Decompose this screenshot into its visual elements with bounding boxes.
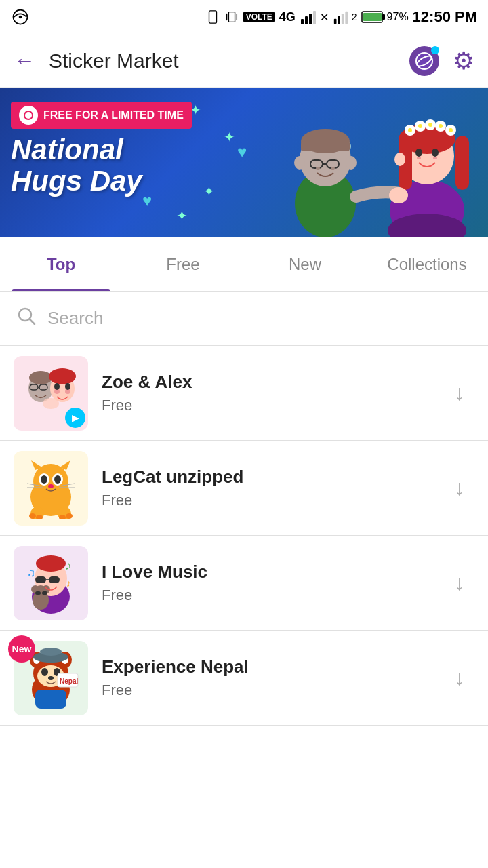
status-right-icons: VOLTE 4G ✕ 2 97% 12:50 PM: [205, 8, 477, 26]
search-input[interactable]: [47, 308, 472, 329]
star-deco4: ✦: [176, 208, 188, 224]
banner[interactable]: ✦ ✦ ✦ ✦ ♥ ♥ ♥ ☽ FREE FOR A LIMITED TIME …: [0, 88, 488, 237]
svg-line-53: [30, 319, 35, 325]
svg-point-70: [41, 475, 47, 484]
sticker-info: I Love Music Free: [102, 561, 431, 604]
tab-free[interactable]: Free: [122, 237, 244, 291]
volte-badge: VOLTE: [243, 12, 275, 22]
svg-rect-96: [35, 591, 41, 595]
svg-point-63: [54, 383, 60, 390]
header: ← Sticker Market ⚙: [0, 34, 488, 88]
sticker-thumbnail: ♪ ♫ ♪: [14, 546, 88, 620]
banner-title-line2: Hugs Day: [11, 165, 192, 197]
page-title: Sticker Market: [49, 50, 409, 73]
svg-point-28: [346, 156, 357, 170]
svg-rect-10: [342, 14, 344, 24]
legcat-thumb: [20, 458, 81, 519]
banner-badge: FREE FOR A LIMITED TIME: [11, 102, 192, 129]
battery-shape: [361, 10, 386, 24]
svg-point-64: [65, 383, 70, 390]
svg-rect-86: [35, 576, 46, 583]
sticker-price: Free: [102, 397, 431, 414]
svg-point-65: [43, 398, 59, 409]
battery-icon: 97%: [361, 10, 409, 24]
sticker-thumbnail: New: [14, 641, 88, 715]
svg-rect-87: [49, 576, 60, 583]
svg-rect-35: [455, 136, 469, 190]
battery-percent: 97%: [387, 11, 409, 23]
settings-button[interactable]: ⚙: [453, 47, 474, 75]
signal2-icon: [333, 9, 348, 24]
svg-text:♫: ♫: [27, 567, 35, 578]
tabs-bar: Top Free New Collections: [0, 237, 488, 292]
svg-rect-4: [301, 19, 304, 24]
svg-rect-7: [313, 11, 316, 24]
sticker-price: Free: [102, 492, 431, 509]
star-deco3: ✦: [203, 183, 215, 199]
banner-badge-text: FREE FOR A LIMITED TIME: [43, 109, 184, 121]
svg-point-26: [331, 167, 335, 170]
svg-point-46: [417, 157, 421, 159]
sticker-item[interactable]: ▶ Zoe & Alex Free ↓: [0, 346, 488, 441]
download-button[interactable]: ↓: [445, 380, 474, 406]
svg-point-45: [449, 128, 453, 132]
svg-text:♪: ♪: [66, 578, 71, 589]
status-left-icons: [11, 7, 30, 26]
sticker-name: LegCat unzipped: [102, 467, 431, 488]
svg-rect-21: [301, 141, 350, 151]
play-badge: ▶: [65, 408, 85, 428]
search-icon: [16, 306, 37, 331]
sticker-name: Zoe & Alex: [102, 372, 431, 393]
download-button[interactable]: ↓: [445, 475, 474, 500]
svg-point-71: [54, 475, 61, 484]
svg-point-60: [49, 368, 76, 384]
signal-x: ✕: [320, 11, 329, 24]
svg-point-85: [36, 555, 66, 572]
svg-rect-5: [305, 16, 308, 24]
wifi-icon: [11, 7, 30, 26]
svg-rect-111: [35, 690, 66, 709]
tab-top[interactable]: Top: [0, 237, 122, 291]
svg-point-105: [41, 668, 48, 676]
network-type: 4G: [279, 10, 296, 24]
svg-rect-3: [228, 12, 235, 22]
svg-point-67: [33, 464, 68, 499]
download-button[interactable]: ↓: [445, 665, 474, 690]
svg-rect-13: [382, 14, 385, 20]
sim2-label: 2: [352, 12, 357, 22]
svg-point-49: [432, 149, 439, 157]
svg-point-82: [66, 513, 73, 519]
sticker-info: LegCat unzipped Free: [102, 467, 431, 509]
sticker-item[interactable]: ♪ ♫ ♪ I Love Music Free ↓: [0, 536, 488, 631]
sticker-thumbnail: [14, 451, 88, 526]
vibrate-icon: [224, 9, 239, 24]
svg-text:♪: ♪: [64, 557, 71, 572]
svg-rect-2: [209, 11, 216, 23]
svg-point-43: [428, 123, 432, 127]
header-icons: ⚙: [409, 46, 474, 76]
new-badge: New: [8, 635, 35, 663]
sticker-thumbnail: ▶: [14, 356, 88, 431]
banner-title-line1: National: [11, 134, 192, 165]
sticker-item[interactable]: LegCat unzipped Free ↓: [0, 441, 488, 536]
search-bar[interactable]: [0, 292, 488, 346]
svg-point-47: [433, 157, 437, 159]
status-bar: VOLTE 4G ✕ 2 97% 12:50 PM: [0, 0, 488, 34]
signal-icon: [300, 9, 316, 24]
tab-collections[interactable]: Collections: [366, 237, 488, 291]
sticker-name: I Love Music: [102, 561, 431, 583]
svg-point-72: [48, 484, 54, 488]
tab-new[interactable]: New: [244, 237, 366, 291]
status-time: 12:50 PM: [413, 8, 477, 26]
sticker-info: Experience Nepal Free: [102, 656, 431, 699]
back-button[interactable]: ←: [14, 48, 35, 73]
banner-left-content: FREE FOR A LIMITED TIME National Hugs Da…: [11, 102, 192, 197]
clock-inner: [24, 111, 33, 120]
svg-rect-14: [363, 13, 382, 21]
svg-point-107: [48, 676, 54, 680]
clock-icon: [19, 106, 38, 125]
download-button[interactable]: ↓: [445, 570, 474, 595]
sticker-item[interactable]: New: [0, 631, 488, 726]
music-thumb: ♪ ♫ ♪: [20, 553, 81, 614]
explore-button[interactable]: [409, 46, 439, 76]
